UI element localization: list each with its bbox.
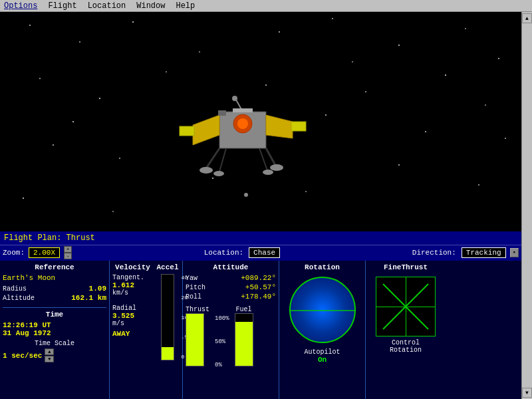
tangent-label: Tangent.: [112, 274, 153, 281]
svg-point-22: [478, 184, 479, 186]
menu-bar: Options Flight Location Window Help: [0, 0, 532, 12]
radial-group: Radial 3.525 m/s AWAY: [112, 305, 153, 338]
svg-point-42: [200, 167, 213, 174]
crosshair-svg: [376, 277, 435, 336]
time-title: Time: [3, 311, 106, 319]
finethrust-title: FineThrust: [384, 263, 428, 271]
thrust-bar: [186, 313, 204, 366]
direction-section: Direction: Tracking: [412, 247, 506, 258]
control-label: Control: [392, 339, 420, 346]
svg-point-11: [99, 98, 100, 99]
nav-bar: Zoom: 2.00X + - Location: Chase Directio…: [0, 245, 521, 259]
menu-location[interactable]: Location: [86, 1, 128, 11]
instruments-panel: Reference Earth's Moon Radius 1.09 Altit…: [0, 259, 521, 399]
timescale-up[interactable]: ▲: [45, 348, 54, 355]
rotation-section: Rotation Autopilot On: [279, 261, 366, 399]
pct100: 100%: [215, 315, 229, 322]
control-value: Rotation: [390, 346, 422, 354]
direction-value: Tracking: [462, 247, 506, 258]
timescale-row: 1 sec/sec ▲ ▼: [3, 348, 106, 362]
location-value: Chase: [249, 247, 280, 258]
svg-point-16: [485, 104, 486, 106]
svg-point-5: [279, 31, 280, 33]
autopilot-row: Autopilot On: [304, 348, 340, 364]
thrust-fuel-section: Thrust 100% 50% 0% Fuel: [186, 306, 276, 368]
mini-button[interactable]: ▪: [510, 248, 519, 257]
vel-accel-header: Velocity Accel: [112, 263, 180, 274]
control-row: Control Rotation: [390, 339, 422, 354]
autopilot-value: On: [318, 356, 327, 364]
svg-point-10: [39, 78, 41, 79]
zoom-in-button[interactable]: +: [64, 246, 72, 253]
menu-help[interactable]: Help: [174, 1, 196, 11]
svg-point-18: [119, 158, 120, 159]
fuel-bar: [235, 313, 253, 366]
crosshair-display: [376, 277, 436, 336]
svg-rect-37: [291, 122, 306, 131]
fuel-group: Fuel: [235, 306, 253, 366]
svg-point-20: [305, 191, 307, 192]
menu-flight[interactable]: Flight: [47, 1, 78, 11]
accel-bar: 4G 2G 1G .5G 0: [161, 274, 174, 360]
location-label: Location:: [204, 249, 243, 257]
altitude-label: Altitude: [3, 295, 35, 302]
svg-point-2: [79, 41, 80, 43]
velocity-title: Velocity: [112, 263, 153, 271]
svg-rect-49: [233, 108, 253, 112]
svg-point-9: [498, 58, 499, 59]
radius-row: Radius 1.09: [3, 285, 106, 293]
timescale-label: Time Scale: [3, 340, 106, 347]
away-label: AWAY: [112, 330, 153, 338]
thrust-group: Thrust: [186, 306, 209, 366]
velocity-section: Velocity Accel Tangent. 1.612 km/s Radia…: [110, 261, 183, 399]
window-area: Flight Plan: Thrust Zoom: 2.00X + - Loca…: [0, 12, 521, 399]
scroll-down[interactable]: ▼: [522, 388, 532, 398]
zoom-out-button[interactable]: -: [64, 253, 72, 259]
accel-bar-fill: [162, 347, 174, 360]
timescale-controls: ▲ ▼: [45, 348, 54, 362]
attitude-title: Attitude: [186, 263, 276, 271]
direction-label: Direction:: [412, 249, 456, 257]
svg-point-8: [465, 28, 466, 29]
velocity-data: Tangent. 1.612 km/s Radial 3.525 m/s AWA…: [112, 274, 153, 396]
reference-title: Reference: [3, 263, 106, 271]
menu-options[interactable]: Options: [3, 1, 39, 11]
space-view[interactable]: [0, 12, 521, 231]
svg-point-25: [425, 131, 426, 132]
radial-label: Radial: [112, 305, 153, 312]
zoom-controls: + -: [64, 246, 72, 259]
svg-point-6: [332, 18, 333, 19]
tangent-value: 1.612: [112, 281, 153, 289]
roll-row: Roll +178.49°: [186, 293, 276, 301]
altitude-row: Altitude 162.1 km: [3, 294, 106, 302]
pitch-value: +50.57°: [245, 283, 276, 291]
svg-point-45: [263, 170, 273, 175]
date-value: 31 Aug 1972: [3, 329, 106, 337]
svg-point-15: [445, 74, 446, 76]
yaw-row: Yaw +089.22°: [186, 274, 276, 282]
svg-point-1: [29, 25, 31, 26]
flight-plan-label: Flight Plan: Thrust: [4, 233, 95, 243]
zoom-label: Zoom:: [3, 249, 25, 257]
zoom-value: 2.00X: [29, 247, 60, 258]
timescale-value: 1 sec/sec: [3, 352, 42, 360]
rotation-title: Rotation: [305, 263, 340, 271]
accel-bar-container: 4G 2G 1G .5G 0: [156, 274, 180, 396]
svg-point-14: [365, 91, 366, 92]
mini-window-button[interactable]: ▪: [510, 248, 519, 257]
svg-rect-35: [180, 126, 194, 136]
thrust-pct-labels: 100% 50% 0%: [215, 315, 229, 368]
svg-point-28: [352, 61, 353, 63]
finethrust-section: FineThrust Control Rotation: [366, 261, 446, 399]
velocity-col: Velocity: [112, 263, 153, 274]
yaw-value: +089.22°: [241, 274, 276, 282]
scroll-up[interactable]: ▲: [522, 13, 532, 23]
svg-point-43: [270, 164, 283, 171]
svg-point-4: [199, 51, 200, 53]
accel-4g: 4G: [182, 275, 191, 281]
svg-point-50: [244, 193, 248, 197]
body-name: Earth's Moon: [3, 274, 106, 282]
timescale-down[interactable]: ▼: [45, 356, 54, 362]
menu-window[interactable]: Window: [135, 1, 166, 11]
svg-point-33: [237, 118, 248, 129]
